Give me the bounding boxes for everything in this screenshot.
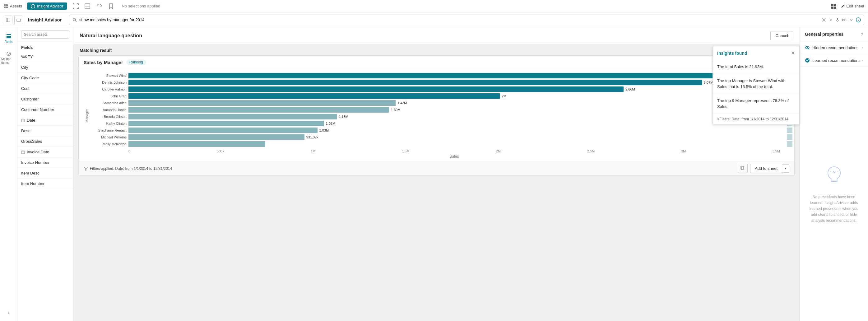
insight-item-2: The top 9 Manager represents 78.3% of Sa… (713, 94, 799, 114)
bookmark-icon[interactable] (107, 3, 115, 10)
svg-point-54 (830, 170, 831, 171)
chart-title: Sales by Manager (84, 60, 123, 65)
edit-sheet-button[interactable]: Edit sheet (841, 4, 864, 8)
field-label: GrossSales (21, 139, 42, 144)
bar-row-10: Molly McKenzie (92, 141, 780, 147)
field-item-invoice-number[interactable]: Invoice Number (18, 157, 73, 168)
svg-rect-13 (78, 7, 79, 9)
calendar-icon (21, 119, 25, 122)
right-panel-help-icon[interactable]: ? (861, 32, 863, 37)
learned-recommendations-chevron: › (862, 58, 863, 63)
bar-label: Molly McKenzie (92, 142, 127, 146)
info-icon[interactable]: i (856, 18, 861, 22)
bar-fill (128, 100, 396, 106)
bar-fill (128, 114, 337, 120)
mic-icon[interactable] (835, 18, 840, 22)
lang-chevron-icon[interactable] (849, 18, 854, 22)
svg-marker-45 (84, 167, 88, 170)
chart-body: Manager Stewart Wind 3.39M Dennis Johnso… (79, 69, 794, 161)
svg-rect-37 (22, 119, 25, 122)
bar-value: 1.39M (391, 108, 401, 112)
field-item-date[interactable]: Date (18, 115, 73, 126)
svg-rect-41 (22, 151, 25, 154)
field-label: Cost (21, 86, 30, 91)
left-panel-toggle[interactable] (4, 15, 12, 24)
master-items-label: Master items (1, 58, 16, 64)
bar-row-1: Dennis Johnson 3.07M (92, 79, 780, 85)
field-item-item-number[interactable]: Item Number (18, 179, 73, 189)
forward-icon[interactable] (829, 18, 833, 22)
svg-rect-29 (837, 18, 838, 20)
cancel-button[interactable]: Cancel (770, 31, 793, 40)
bar-fill (128, 141, 265, 147)
mini-bar (787, 128, 793, 133)
field-item-city[interactable]: City (18, 62, 73, 73)
svg-rect-18 (831, 6, 834, 9)
right-panel-toggle[interactable] (14, 15, 23, 24)
field-label: Desc (21, 128, 30, 133)
bar-track: 931.37k (128, 134, 780, 140)
chart-footer-right: Add to sheet ▾ (738, 164, 789, 173)
assets-button[interactable]: Assets (4, 4, 22, 8)
hidden-recommendations-label: Hidden recommendations (812, 45, 858, 50)
svg-rect-7 (73, 3, 73, 5)
field-item-item-desc[interactable]: Item Desc (18, 168, 73, 179)
field-label: Customer (21, 97, 38, 101)
field-item-desc[interactable]: Desc (18, 126, 73, 136)
scan-icon[interactable] (72, 3, 79, 10)
x-axis-label: Sales (92, 154, 780, 159)
sidebar-item-fields[interactable]: Fields (3, 31, 14, 46)
bar-label: Stewart Wind (92, 74, 127, 77)
rotate-icon[interactable] (96, 3, 103, 10)
copy-button[interactable] (738, 164, 748, 173)
search-input[interactable] (79, 18, 819, 22)
bar-fill (128, 134, 305, 140)
bar-row-7: Kathy Clinton 1.05M (92, 121, 780, 126)
bar-fill (128, 128, 317, 133)
field-item-customer-number[interactable]: Customer Number (18, 104, 73, 115)
bar-fill (128, 121, 324, 126)
svg-rect-0 (4, 4, 6, 6)
bar-value: 2.66M (625, 87, 635, 91)
bar-label: John Greg (92, 94, 127, 98)
main-layout: Fields Master items Fields %KEY City Cit… (0, 27, 868, 321)
svg-point-25 (73, 18, 75, 21)
bar-value: 1.13M (339, 115, 348, 119)
clear-icon[interactable] (822, 18, 826, 22)
sidebar-collapse-button[interactable] (5, 307, 13, 318)
expand-icon[interactable] (84, 3, 91, 10)
svg-line-20 (844, 5, 844, 6)
bar-label: Micheal Williams (92, 135, 127, 139)
right-panel: General properties ? Hidden recommendati… (800, 27, 868, 321)
learned-recommendations-item[interactable]: Learned recommendations › (800, 54, 868, 67)
copy-icon (741, 166, 745, 170)
field-item-invoice-date[interactable]: Invoice Date (18, 147, 73, 157)
insight-advisor-tab[interactable]: i Insight Advisor (27, 2, 67, 10)
chart-area: Stewart Wind 3.39M Dennis Johnson 3.07M (92, 73, 780, 159)
ia-panel-title: Insight Advisor (28, 17, 65, 22)
fields-search-input[interactable] (21, 30, 69, 39)
add-to-sheet-dropdown[interactable]: ▾ (782, 164, 789, 173)
calendar-icon-2 (21, 150, 25, 154)
bar-track: 1.03M (128, 128, 780, 133)
svg-rect-17 (834, 4, 836, 6)
field-item-city-code[interactable]: City Code (18, 73, 73, 83)
grid-view-button[interactable] (831, 3, 837, 9)
language-selector[interactable]: en (842, 18, 846, 22)
search-icon (72, 18, 77, 22)
filter-info: Filters applied: Date: from 1/1/2014 to … (84, 166, 172, 171)
hidden-recommendations-item[interactable]: Hidden recommendations › (800, 41, 868, 54)
field-item-gross-sales[interactable]: GrossSales (18, 136, 73, 147)
insights-close-button[interactable]: ✕ (791, 50, 795, 56)
field-label: Item Desc (21, 171, 39, 175)
chart-footer: Filters applied: Date: from 1/1/2014 to … (79, 161, 794, 175)
svg-rect-21 (6, 18, 10, 22)
add-to-sheet-main[interactable]: Add to sheet (750, 164, 782, 173)
sidebar-item-master-items[interactable]: Master items (0, 49, 17, 67)
hidden-recommendations-chevron: › (862, 45, 863, 50)
bar-track (128, 141, 780, 147)
svg-rect-35 (6, 37, 11, 38)
field-item-key[interactable]: %KEY (18, 52, 73, 62)
field-item-customer[interactable]: Customer (18, 94, 73, 104)
field-item-cost[interactable]: Cost (18, 83, 73, 94)
